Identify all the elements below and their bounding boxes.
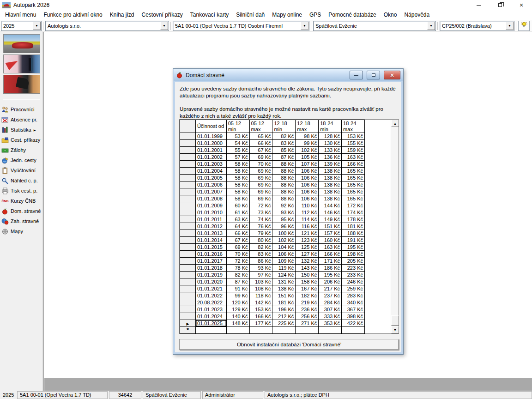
window-close-button[interactable]: × bbox=[511, 0, 532, 10]
rate-value-cell[interactable]: 114 Kč bbox=[296, 216, 319, 223]
rate-value-cell[interactable]: 61 Kč bbox=[227, 209, 250, 216]
rate-value-cell[interactable]: 146 Kč bbox=[319, 209, 342, 216]
effective-date-cell[interactable]: 20.08.2022 bbox=[196, 299, 227, 306]
rate-value-cell[interactable]: 99 Kč bbox=[296, 140, 319, 147]
rate-value-cell[interactable]: 139 Kč bbox=[319, 161, 342, 168]
rate-value-cell[interactable]: 165 Kč bbox=[342, 181, 365, 188]
rate-value-cell[interactable]: 177 Kč bbox=[250, 320, 273, 327]
effective-date-cell[interactable]: 01.01.2023 bbox=[196, 306, 227, 313]
dialog-titlebar[interactable]: Domácí stravné × bbox=[174, 69, 403, 81]
current-row-selector[interactable]: ▶ bbox=[180, 320, 196, 327]
rate-value-cell[interactable]: 70 Kč bbox=[250, 161, 273, 168]
row-selector[interactable] bbox=[180, 272, 196, 278]
row-selector[interactable] bbox=[180, 230, 196, 237]
rate-value-cell[interactable]: 219 Kč bbox=[296, 299, 319, 306]
chevron-down-icon[interactable]: ▼ bbox=[301, 22, 308, 30]
rate-value-cell[interactable]: 165 Kč bbox=[342, 168, 365, 175]
rate-value-cell[interactable]: 340 Kč bbox=[342, 299, 365, 306]
effective-date-cell[interactable]: 01.01.2001 bbox=[196, 147, 227, 154]
sidebar-item-absence-pr-[interactable]: Absence pr. bbox=[0, 115, 43, 125]
grid-vertical-scrollbar[interactable]: ▲ ▼ bbox=[391, 120, 399, 333]
effective-date-cell[interactable]: 01.01.2024 bbox=[196, 313, 227, 320]
effective-date-cell[interactable]: 01.01.2005 bbox=[196, 175, 227, 181]
rate-value-cell[interactable]: 174 Kč bbox=[342, 209, 365, 216]
effective-date-cell[interactable]: 01.01.2011 bbox=[196, 216, 227, 223]
rate-value-cell[interactable]: 53 Kč bbox=[227, 133, 250, 140]
rate-value-cell[interactable]: 158 Kč bbox=[296, 278, 319, 285]
vehicle-combobox[interactable]: 5A1 00-01 (Opel Vectra 1.7 TD) Osobní Fi… bbox=[173, 21, 309, 31]
rate-value-cell[interactable]: 110 Kč bbox=[296, 202, 319, 209]
rate-value-cell[interactable]: 133 Kč bbox=[319, 147, 342, 154]
row-selector[interactable] bbox=[180, 244, 196, 251]
rate-value-cell[interactable]: 148 Kč bbox=[227, 320, 250, 327]
rate-value-cell[interactable]: 112 Kč bbox=[296, 209, 319, 216]
menu-item-hlavn-menu[interactable]: Hlavní menu bbox=[1, 10, 40, 20]
rate-value-cell[interactable]: 58 Kč bbox=[227, 195, 250, 202]
rate-value-cell[interactable]: 181 Kč bbox=[272, 299, 296, 306]
rate-value-cell[interactable] bbox=[319, 327, 342, 334]
row-selector[interactable] bbox=[180, 188, 196, 195]
effective-date-cell[interactable]: 01.01.2012 bbox=[196, 223, 227, 230]
rate-value-cell[interactable]: 73 Kč bbox=[250, 209, 273, 216]
rate-value-cell[interactable]: 153 Kč bbox=[342, 133, 365, 140]
row-selector[interactable] bbox=[180, 161, 196, 168]
effective-date-cell[interactable]: 01.01.2010 bbox=[196, 209, 227, 216]
row-selector[interactable] bbox=[180, 202, 196, 209]
menu-item-cestovn-p-kazy[interactable]: Cestovní příkazy bbox=[138, 10, 186, 20]
rate-value-cell[interactable]: 57 Kč bbox=[227, 154, 250, 161]
rate-value-cell[interactable]: 142 Kč bbox=[250, 299, 273, 306]
new-row-selector[interactable]: * bbox=[180, 327, 196, 334]
rate-value-cell[interactable]: 67 Kč bbox=[227, 237, 250, 244]
rate-value-cell[interactable]: 88 Kč bbox=[272, 188, 296, 195]
rate-value-cell[interactable]: 66 Kč bbox=[227, 230, 250, 237]
scroll-up-arrow-icon[interactable]: ▲ bbox=[391, 120, 399, 127]
rate-value-cell[interactable]: 82 Kč bbox=[227, 272, 250, 278]
rate-value-cell[interactable]: 237 Kč bbox=[319, 292, 342, 299]
effective-date-cell[interactable]: 01.01.2000 bbox=[196, 140, 227, 147]
rate-value-cell[interactable]: 120 Kč bbox=[227, 299, 250, 306]
rate-value-cell[interactable]: 95 Kč bbox=[272, 216, 296, 223]
rate-value-cell[interactable]: 106 Kč bbox=[296, 175, 319, 181]
effective-date-cell[interactable]: 01.01.1999 bbox=[196, 133, 227, 140]
rate-value-cell[interactable]: 92 Kč bbox=[272, 202, 296, 209]
row-selector[interactable] bbox=[180, 237, 196, 244]
rate-value-cell[interactable]: 69 Kč bbox=[250, 168, 273, 175]
rate-value-cell[interactable]: 191 Kč bbox=[342, 237, 365, 244]
rate-value-cell[interactable]: 165 Kč bbox=[342, 195, 365, 202]
rate-value-cell[interactable]: 143 Kč bbox=[296, 265, 319, 272]
rate-value-cell[interactable]: 69 Kč bbox=[250, 188, 273, 195]
rate-value-cell[interactable] bbox=[227, 327, 250, 334]
rate-value-cell[interactable]: 70 Kč bbox=[227, 251, 250, 258]
rate-value-cell[interactable]: 123 Kč bbox=[296, 237, 319, 244]
rate-value-cell[interactable]: 93 Kč bbox=[250, 265, 273, 272]
rate-value-cell[interactable]: 130 Kč bbox=[319, 140, 342, 147]
company-combobox[interactable]: Autologis s.r.o. ▼ bbox=[45, 21, 169, 31]
rate-value-cell[interactable]: 106 Kč bbox=[272, 251, 296, 258]
row-selector[interactable] bbox=[180, 175, 196, 181]
rate-value-cell[interactable]: 85 Kč bbox=[272, 147, 296, 154]
rate-value-cell[interactable]: 195 Kč bbox=[342, 244, 365, 251]
sidebar-item-n-hled-c-p-[interactable]: Náhled c. p. bbox=[0, 175, 43, 186]
rate-value-cell[interactable]: 163 Kč bbox=[342, 154, 365, 161]
rate-value-cell[interactable]: 74 Kč bbox=[250, 216, 273, 223]
rate-value-cell[interactable]: 58 Kč bbox=[227, 188, 250, 195]
rate-value-cell[interactable]: 124 Kč bbox=[272, 272, 296, 278]
rate-value-cell[interactable]: 246 Kč bbox=[342, 278, 365, 285]
rate-value-cell[interactable]: 106 Kč bbox=[296, 168, 319, 175]
rate-value-cell[interactable] bbox=[272, 327, 296, 334]
tip-lightbulb-button[interactable] bbox=[518, 21, 530, 31]
rate-value-cell[interactable]: 166 Kč bbox=[342, 161, 365, 168]
rate-value-cell[interactable]: 217 Kč bbox=[319, 285, 342, 292]
rate-value-cell[interactable]: 150 Kč bbox=[296, 272, 319, 278]
effective-date-cell[interactable]: 01.01.2007 bbox=[196, 188, 227, 195]
rate-value-cell[interactable]: 129 Kč bbox=[227, 306, 250, 313]
rate-value-cell[interactable]: 69 Kč bbox=[250, 195, 273, 202]
rate-value-cell[interactable]: 155 Kč bbox=[342, 140, 365, 147]
rate-value-cell[interactable]: 67 Kč bbox=[250, 147, 273, 154]
rate-value-cell[interactable]: 128 Kč bbox=[319, 133, 342, 140]
year-combobox[interactable]: 2025 ▼ bbox=[1, 21, 42, 31]
rate-value-cell[interactable]: 118 Kč bbox=[250, 292, 273, 299]
driver-combobox[interactable]: Spáčilová Evženie ▼ bbox=[313, 21, 436, 31]
rate-value-cell[interactable]: 119 Kč bbox=[272, 265, 296, 272]
rate-value-cell[interactable]: 283 Kč bbox=[342, 292, 365, 299]
